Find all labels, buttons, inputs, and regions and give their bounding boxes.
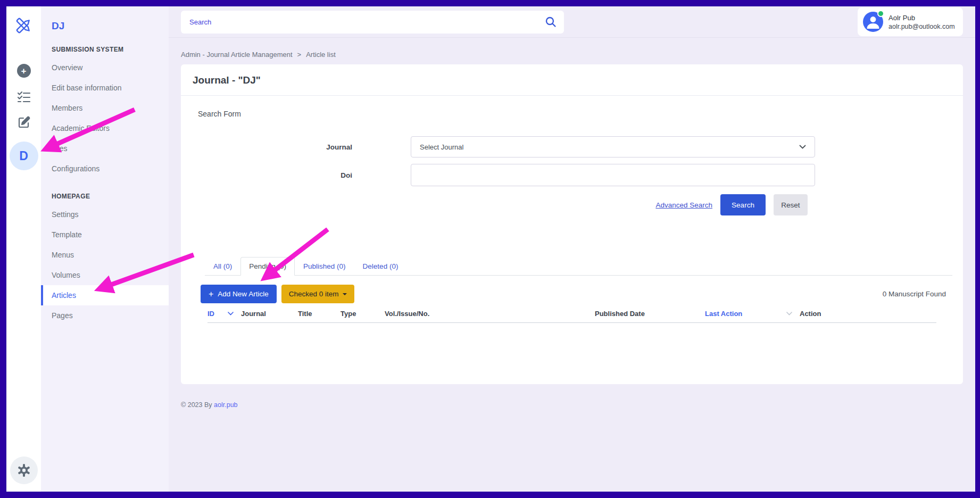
journal-d-badge[interactable]: D xyxy=(10,142,38,170)
search-form-actions: Advanced Search Search Reset xyxy=(198,194,815,215)
sort-chevron-icon xyxy=(786,312,792,316)
sidebar-list: Overview Edit base information Members A… xyxy=(41,57,169,179)
page-footer: © 2023 By aolr.pub xyxy=(181,401,963,409)
journal-card: Journal - "DJ" Search Form Journal Selec… xyxy=(181,64,963,384)
user-name: Aolr Pub xyxy=(888,14,955,22)
breadcrumb: Admin - Journal Article Management > Art… xyxy=(181,51,963,59)
empty-table-body xyxy=(198,323,946,374)
breadcrumb-separator: > xyxy=(297,51,302,59)
sidebar-item-articles[interactable]: Articles xyxy=(41,285,169,305)
icon-rail: + D xyxy=(6,6,41,492)
caret-down-icon xyxy=(343,293,347,295)
tab-deleted[interactable]: Deleted (0) xyxy=(354,257,407,276)
checked-items-label: Checked 0 item xyxy=(289,290,339,298)
checklist-icon[interactable] xyxy=(17,90,31,103)
column-header-last-action[interactable]: Last Action xyxy=(705,310,800,318)
sidebar-item-pages[interactable]: Pages xyxy=(41,305,169,326)
settings-gear-icon[interactable] xyxy=(10,456,38,484)
breadcrumb-article-list: Article list xyxy=(306,51,336,59)
column-header-type: Type xyxy=(340,310,385,318)
search-form-heading: Search Form xyxy=(198,110,946,118)
sidebar-list: Settings Template Menus Volumes Articles… xyxy=(41,204,169,326)
journal-form-row: Journal Select Journal xyxy=(198,136,946,157)
list-actions-row: + Add New Article Checked 0 item 0 Manus… xyxy=(201,285,946,303)
topbar: Aolr Pub aolr.pub@outlook.com xyxy=(169,6,975,38)
checked-items-dropdown[interactable]: Checked 0 item xyxy=(281,285,355,303)
tab-all[interactable]: All (0) xyxy=(205,257,240,276)
column-header-id[interactable]: ID xyxy=(207,310,241,318)
app-logo-icon[interactable] xyxy=(12,14,36,37)
sidebar-item-settings[interactable]: Settings xyxy=(41,204,169,225)
sidebar-section-homepage: HOMEPAGE xyxy=(41,193,169,200)
global-search xyxy=(181,11,564,34)
card-header: Journal - "DJ" xyxy=(181,64,963,96)
reset-button[interactable]: Reset xyxy=(774,194,808,215)
doi-form-row: Doi xyxy=(198,164,946,186)
column-header-published-date: Published Date xyxy=(595,310,705,318)
sidebar-item-template[interactable]: Template xyxy=(41,225,169,245)
user-profile-card[interactable]: Aolr Pub aolr.pub@outlook.com xyxy=(858,7,963,36)
card-body: Search Form Journal Select Journal xyxy=(181,96,963,374)
aolr-pub-link[interactable]: aolr.pub xyxy=(214,401,237,409)
plus-icon: + xyxy=(209,290,213,298)
chevron-down-icon xyxy=(799,145,806,150)
sidebar-item-members[interactable]: Members xyxy=(41,98,169,118)
rail-bottom xyxy=(10,456,38,484)
sidebar-item-edit-base-information[interactable]: Edit base information xyxy=(41,78,169,98)
column-header-title: Title xyxy=(298,310,340,318)
journal-select[interactable]: Select Journal xyxy=(411,136,815,157)
user-info: Aolr Pub aolr.pub@outlook.com xyxy=(888,14,955,30)
add-new-article-button[interactable]: + Add New Article xyxy=(201,285,277,303)
search-button[interactable]: Search xyxy=(720,194,766,215)
column-header-vol-issue-no: Vol./Issue/No. xyxy=(385,310,595,318)
main-content: Aolr Pub aolr.pub@outlook.com Admin - Jo… xyxy=(169,6,975,492)
manuscript-count: 0 Manuscript Found xyxy=(883,290,946,298)
search-form: Journal Select Journal Doi xyxy=(198,136,946,186)
edit-pencil-icon[interactable] xyxy=(18,116,30,129)
journal-select-value: Select Journal xyxy=(420,143,463,151)
sidebar: DJ SUBMISSION SYSTEM Overview Edit base … xyxy=(41,6,169,492)
app-window: + D xyxy=(6,6,975,492)
user-avatar xyxy=(863,12,883,32)
sidebar-item-volumes[interactable]: Volumes xyxy=(41,265,169,285)
copyright-text: © 2023 By xyxy=(181,401,212,409)
doi-field-label: Doi xyxy=(198,171,352,179)
tab-pending[interactable]: Pending (0) xyxy=(240,257,295,276)
doi-input[interactable] xyxy=(411,164,815,186)
sidebar-item-academic-editors[interactable]: Academic Editors xyxy=(41,118,169,138)
sidebar-item-overview[interactable]: Overview xyxy=(41,57,169,78)
search-input[interactable] xyxy=(181,11,564,34)
search-icon[interactable] xyxy=(545,16,557,30)
page-title: Journal - "DJ" xyxy=(193,74,951,86)
screenshot-frame: + D xyxy=(0,0,980,498)
article-status-tabs: All (0) Pending (0) Published (0) Delete… xyxy=(205,257,952,276)
journal-field-label: Journal xyxy=(198,143,352,151)
rail-icon-list: + D xyxy=(10,64,38,170)
sidebar-item-files[interactable]: Files xyxy=(41,138,169,159)
sidebar-journal-title: DJ xyxy=(41,16,169,32)
breadcrumb-admin-journal-article-management[interactable]: Admin - Journal Article Management xyxy=(181,51,293,59)
column-header-action: Action xyxy=(800,310,936,318)
online-status-dot xyxy=(877,10,884,17)
sort-chevron-icon xyxy=(228,312,234,316)
articles-table-header: ID Journal Title Type Vol./Issue/No. Pub… xyxy=(207,310,936,323)
sidebar-section-submission-system: SUBMISSION SYSTEM xyxy=(41,46,169,53)
advanced-search-link[interactable]: Advanced Search xyxy=(655,201,712,209)
add-new-article-label: Add New Article xyxy=(218,290,268,298)
user-email: aolr.pub@outlook.com xyxy=(888,23,955,30)
sidebar-item-menus[interactable]: Menus xyxy=(41,245,169,265)
sidebar-item-configurations[interactable]: Configurations xyxy=(41,159,169,179)
add-circle-icon[interactable]: + xyxy=(17,64,31,78)
column-header-journal: Journal xyxy=(241,310,298,318)
tab-published[interactable]: Published (0) xyxy=(295,257,354,276)
